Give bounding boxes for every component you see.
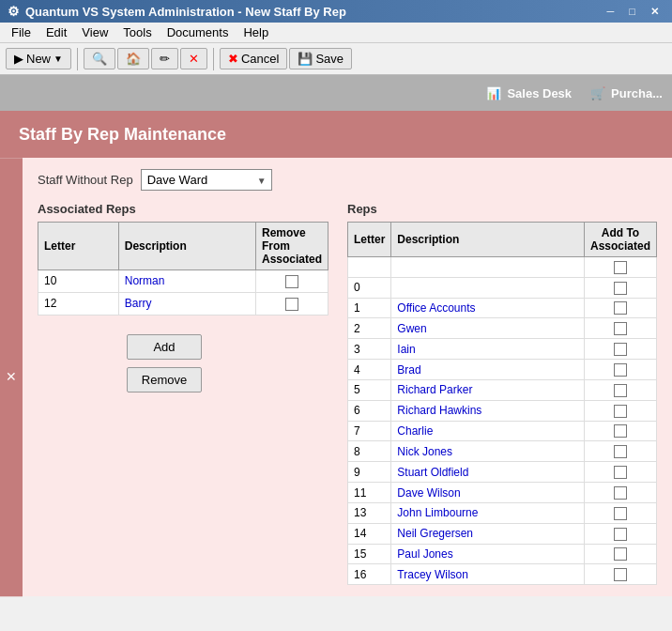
- delete-button[interactable]: ✕: [180, 48, 207, 69]
- add-checkbox[interactable]: [614, 405, 627, 418]
- add-checkbox[interactable]: [614, 507, 627, 520]
- add-checkbox[interactable]: [614, 384, 627, 397]
- reps-add-cell[interactable]: [584, 257, 656, 278]
- add-checkbox[interactable]: [614, 282, 627, 295]
- home-icon: 🏠: [126, 52, 141, 66]
- reps-letter-cell: 7: [348, 421, 391, 441]
- reps-add-cell[interactable]: [584, 502, 656, 523]
- assoc-desc-cell: Barry: [118, 292, 255, 315]
- maximize-btn[interactable]: □: [623, 6, 641, 18]
- delete-icon: ✕: [189, 52, 199, 66]
- reps-table-row: 0: [348, 277, 657, 298]
- menu-documents[interactable]: Documents: [160, 23, 237, 41]
- reps-add-cell[interactable]: [584, 400, 656, 421]
- reps-table-row: 14 Neil Gregersen: [348, 523, 657, 544]
- sales-desk-nav[interactable]: 📊 Sales Desk: [486, 86, 572, 100]
- add-checkbox[interactable]: [614, 445, 627, 458]
- reps-add-cell[interactable]: [584, 421, 656, 441]
- add-checkbox[interactable]: [614, 322, 627, 335]
- menu-view[interactable]: View: [74, 23, 115, 41]
- remove-checkbox[interactable]: [285, 298, 298, 311]
- add-checkbox[interactable]: [614, 363, 627, 377]
- reps-add-cell[interactable]: [584, 360, 656, 380]
- reps-add-cell[interactable]: [584, 564, 656, 585]
- reps-table-row: 2 Gwen: [348, 318, 657, 339]
- reps-add-cell[interactable]: [584, 298, 656, 318]
- staff-without-rep-label: Staff Without Rep: [38, 173, 133, 187]
- edit-button[interactable]: ✏: [151, 48, 178, 69]
- remove-checkbox[interactable]: [285, 275, 298, 288]
- assoc-remove-cell[interactable]: [255, 270, 328, 293]
- add-checkbox[interactable]: [614, 424, 627, 438]
- add-checkbox[interactable]: [614, 301, 627, 315]
- columns-wrapper: Associated Reps Letter Description Remov…: [38, 202, 657, 585]
- menu-file[interactable]: File: [4, 23, 38, 41]
- add-checkbox[interactable]: [614, 547, 627, 561]
- new-dropdown-icon[interactable]: ▼: [53, 54, 63, 64]
- reps-letter-cell: 14: [348, 523, 391, 544]
- reps-desc-cell: Brad: [391, 360, 585, 380]
- reps-desc-cell: [391, 257, 585, 278]
- reps-add-cell[interactable]: [584, 318, 656, 339]
- reps-letter-cell: 13: [348, 502, 391, 523]
- add-checkbox[interactable]: [614, 261, 627, 274]
- reps-letter-cell: 3: [348, 339, 391, 360]
- add-checkbox[interactable]: [614, 486, 627, 500]
- reps-add-cell[interactable]: [584, 483, 656, 503]
- cancel-button[interactable]: ✖ Cancel: [220, 48, 287, 69]
- assoc-table-row: 12 Barry: [38, 292, 328, 315]
- associated-reps-title: Associated Reps: [38, 202, 328, 216]
- close-sidebar-icon[interactable]: ✕: [4, 370, 19, 385]
- save-button[interactable]: 💾 Save: [289, 48, 352, 69]
- reps-letter-cell: 4: [348, 360, 391, 380]
- assoc-remove-header: Remove From Associated: [255, 223, 328, 270]
- menu-tools[interactable]: Tools: [115, 23, 159, 41]
- main-content: Staff Without Rep Dave Ward Other Rep As…: [23, 158, 672, 596]
- reps-add-cell[interactable]: [584, 277, 656, 298]
- search-icon: 🔍: [92, 52, 107, 66]
- purchase-nav[interactable]: 🛒 Purcha...: [590, 86, 663, 100]
- add-checkbox[interactable]: [614, 528, 627, 541]
- reps-desc-cell: Dave Wilson: [391, 483, 585, 503]
- title-bar: ⚙ Quantum VS System Administration - New…: [0, 0, 672, 23]
- reps-desc-cell: Richard Hawkins: [391, 400, 585, 421]
- reps-add-cell[interactable]: [584, 339, 656, 360]
- reps-desc-cell: Neil Gregersen: [391, 523, 585, 544]
- rep-select[interactable]: Dave Ward Other Rep: [141, 169, 272, 191]
- minimize-btn[interactable]: ─: [602, 6, 620, 18]
- reps-section: Reps Letter Description Add To Associate…: [347, 202, 657, 585]
- menu-edit[interactable]: Edit: [38, 23, 74, 41]
- menu-help[interactable]: Help: [236, 23, 276, 41]
- reps-table-row: 1 Office Accounts: [348, 298, 657, 318]
- close-btn[interactable]: ✕: [645, 6, 664, 18]
- reps-add-cell[interactable]: [584, 379, 656, 400]
- assoc-letter-header: Letter: [38, 223, 119, 270]
- reps-add-cell[interactable]: [584, 523, 656, 544]
- add-checkbox[interactable]: [614, 568, 627, 581]
- assoc-letter-cell: 10: [38, 270, 119, 293]
- reps-desc-cell: Office Accounts: [391, 298, 585, 318]
- reps-add-cell[interactable]: [584, 544, 656, 564]
- reps-add-cell[interactable]: [584, 462, 656, 483]
- sidebar-tab: ✕ 👤 New Staff By Rep: [0, 158, 23, 596]
- reps-letter-cell: 16: [348, 564, 391, 585]
- search-button[interactable]: 🔍: [84, 48, 115, 69]
- reps-desc-cell: Richard Parker: [391, 379, 585, 400]
- add-checkbox[interactable]: [614, 343, 627, 356]
- home-button[interactable]: 🏠: [117, 48, 149, 69]
- separator-2: [213, 48, 214, 70]
- reps-desc-cell: Iain: [391, 339, 585, 360]
- assoc-remove-cell[interactable]: [255, 292, 328, 315]
- new-button[interactable]: ▶ New ▼: [6, 48, 71, 69]
- reps-desc-cell: Paul Jones: [391, 544, 585, 564]
- cancel-label: Cancel: [241, 52, 279, 66]
- reps-add-cell[interactable]: [584, 441, 656, 462]
- add-checkbox[interactable]: [614, 466, 627, 479]
- add-button[interactable]: Add: [127, 334, 202, 360]
- reps-letter-cell: 5: [348, 379, 391, 400]
- reps-desc-cell: [391, 277, 585, 298]
- remove-button[interactable]: Remove: [127, 367, 202, 392]
- reps-table-row: 5 Richard Parker: [348, 379, 657, 400]
- reps-table-row: 6 Richard Hawkins: [348, 400, 657, 421]
- reps-letter-header: Letter: [348, 223, 391, 257]
